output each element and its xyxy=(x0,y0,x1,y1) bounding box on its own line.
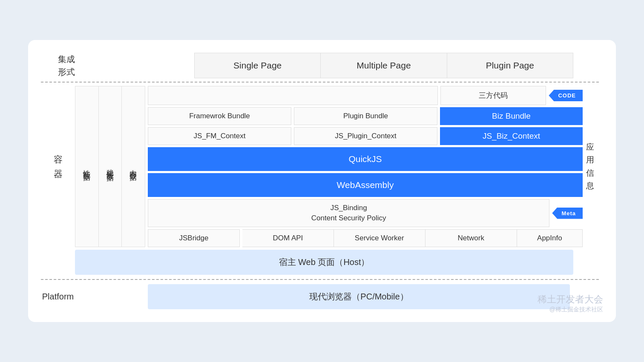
framework-bundle-cell: Framewrok Bundle xyxy=(148,107,291,125)
single-page-header: Single Page xyxy=(194,53,321,78)
host-row: 宿主 Web 页面（Host） xyxy=(75,250,573,275)
jsbridge-cell: JSBridge xyxy=(148,229,240,247)
js-fm-context-cell: JS_FM_Context xyxy=(148,127,291,145)
framework-cell xyxy=(148,86,438,105)
dom-api-cell: DOM API xyxy=(242,229,334,247)
webassembly-cell: WebAssembly xyxy=(148,173,583,197)
integration-label: 集成形式 xyxy=(41,53,92,78)
appinfo-cell: AppInfo xyxy=(517,229,583,247)
plugin-bundle-cell: Plugin Bundle xyxy=(294,107,437,125)
third-party-code-cell: 三方代码 xyxy=(440,86,546,105)
js-biz-context-cell: JS_Biz_Context xyxy=(440,127,583,145)
watermark: 稀土开发者大会 @稀土掘金技术社区 xyxy=(538,293,603,314)
service-worker-cell: Service Worker xyxy=(334,229,426,247)
watermark-sub: @稀土掘金技术社区 xyxy=(538,306,603,314)
platform-label: Platform xyxy=(41,292,75,302)
binding-security-cell: JS_Binding Content Security Policy xyxy=(148,199,549,227)
perf-data-label: 性能数据 xyxy=(75,86,99,247)
top-divider xyxy=(41,82,599,83)
meta-arrow: Meta xyxy=(552,208,583,219)
multiple-page-header: Multiple Page xyxy=(321,53,447,78)
quickjs-cell: QuickJS xyxy=(148,147,583,171)
code-arrow: CODE xyxy=(549,90,583,101)
csp-text: Content Security Policy xyxy=(311,214,386,222)
js-binding-text: JS_Binding xyxy=(331,204,367,212)
plugin-page-header: Plugin Page xyxy=(447,53,573,78)
watermark-main: 稀土开发者大会 xyxy=(538,293,603,306)
biz-bundle-cell: Biz Bundle xyxy=(440,107,583,125)
network-cell: Network xyxy=(426,229,517,247)
diagram-wrapper: 集成形式 Single Page Multiple Page Plugin Pa… xyxy=(28,40,616,322)
bottom-divider xyxy=(41,279,599,280)
memory-data-label: 内存数据 xyxy=(122,86,145,247)
js-plugin-context-cell: JS_Plugin_Context xyxy=(294,127,437,145)
stability-data-label: 稳定性数据 xyxy=(99,86,122,247)
platform-content: 现代浏览器（PC/Mobile） xyxy=(148,284,570,309)
container-label: 容器 xyxy=(41,86,75,247)
app-info-label: 应用信息 xyxy=(583,86,599,247)
